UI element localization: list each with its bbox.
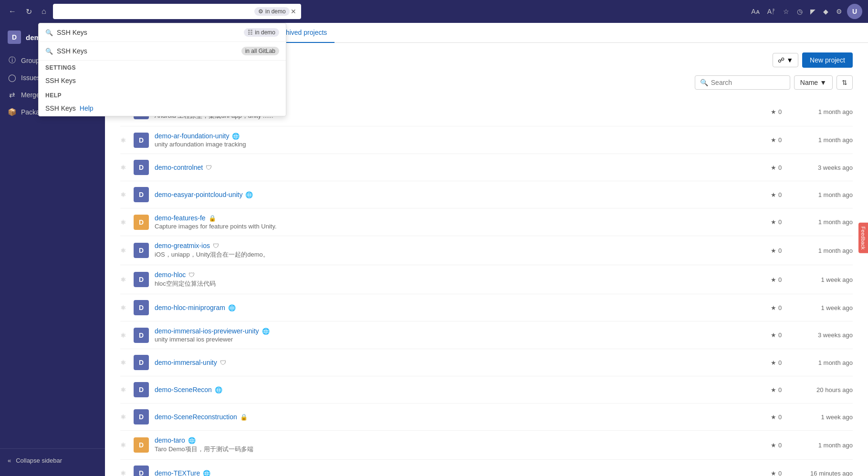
project-time: 16 minutes ago <box>795 470 853 476</box>
search-result-text-2: SSH Keys <box>57 47 238 55</box>
extensions-icon[interactable]: ◆ <box>820 5 831 18</box>
project-desc: iOS，uniapp，Unity混合在一起的demo。 <box>155 250 765 259</box>
star-count: 0 <box>778 414 782 421</box>
project-name-row: demo-taro 🌐 <box>155 436 765 444</box>
table-row: ⚛ D demo-SceneRecon 🌐 ★ 0 20 hours ago <box>120 376 853 404</box>
project-link[interactable]: demo-features-fe <box>155 214 206 222</box>
fork-icon: ⚛ <box>120 413 128 421</box>
project-stars: ★ 0 <box>771 108 790 115</box>
sort-button[interactable]: Name ▼ <box>794 75 833 90</box>
project-info: demo-greatmix-ios 🛡 iOS，uniapp，Unity混合在一… <box>155 242 765 259</box>
visibility-icon: 🌐 <box>232 133 240 140</box>
search-result-in-demo[interactable]: 🔍 SSH Keys ☷ in demo <box>39 23 286 42</box>
settings-section-label: Settings <box>39 61 286 73</box>
projects-search-wrapper: 🔍 <box>695 75 790 90</box>
star-count: 0 <box>778 218 782 226</box>
feedback-tab[interactable]: Feedback <box>858 223 868 253</box>
sort-order-icon: ⇅ <box>842 79 847 86</box>
group-icon: ⚙ <box>258 8 263 15</box>
table-row: ⚛ D demo-ar-foundation-unity 🌐 unity arf… <box>120 126 853 154</box>
project-link[interactable]: demo-hloc-miniprogram <box>155 304 225 311</box>
visibility-icon: 🛡 <box>188 271 195 279</box>
collapse-sidebar-button[interactable]: « Collapse sidebar <box>0 453 105 468</box>
star-icon: ★ <box>771 386 776 393</box>
group-avatar: D <box>8 31 21 44</box>
project-name-row: demo-features-fe 🔒 <box>155 214 765 222</box>
project-stars: ★ 0 <box>771 442 790 449</box>
back-button[interactable]: ← <box>6 4 19 19</box>
star-count: 0 <box>778 442 782 449</box>
sort-order-button[interactable]: ⇅ <box>837 75 853 90</box>
projects-search-input[interactable] <box>711 79 785 86</box>
settings-ssh-keys-link[interactable]: SSH Keys <box>39 73 286 88</box>
project-time: 3 weeks ago <box>795 331 853 339</box>
project-name-row: demo-greatmix-ios 🛡 <box>155 242 765 249</box>
project-link[interactable]: demo-controlnet <box>155 164 203 171</box>
project-link[interactable]: demo-SceneRecon <box>155 386 212 393</box>
project-link[interactable]: demo-taro <box>155 436 185 444</box>
project-time: 1 month ago <box>795 247 853 254</box>
project-info: demo-features-fe 🔒 Capture images for fe… <box>155 214 765 230</box>
project-link[interactable]: demo-easyar-pointcloud-unity <box>155 191 242 198</box>
search-clear-button[interactable]: ✕ <box>290 7 297 16</box>
refresh-button[interactable]: ↻ <box>23 4 35 19</box>
project-link[interactable]: demo-greatmix-ios <box>155 242 210 249</box>
project-link[interactable]: demo-ar-foundation-unity <box>155 132 229 140</box>
search-result-in-all[interactable]: 🔍 SSH Keys in all GitLab <box>39 42 286 61</box>
project-info: demo-controlnet 🛡 <box>155 164 765 171</box>
star-count: 0 <box>778 276 782 283</box>
project-name-row: demo-easyar-pointcloud-unity 🌐 <box>155 191 765 198</box>
table-row: ⚛ D demo-immersal-ios-previewer-unity 🌐 … <box>120 321 853 349</box>
help-suffix: Help <box>80 104 94 112</box>
help-ssh-keys-link[interactable]: SSH Keys Help <box>39 101 286 116</box>
fork-icon: ⚛ <box>120 386 128 393</box>
star-icon: ★ <box>771 108 776 115</box>
project-desc: unity arfoundation image tracking <box>155 141 765 148</box>
project-stars: ★ 0 <box>771 359 790 366</box>
visibility-icon: 🔒 <box>240 414 248 421</box>
notification-button[interactable]: ☍ ▼ <box>773 53 798 67</box>
project-desc: unity immersal ios previewer <box>155 336 765 343</box>
project-link[interactable]: demo-hloc <box>155 271 186 279</box>
visibility-icon: 🛡 <box>206 164 212 171</box>
project-info: demo-immersal-ios-previewer-unity 🌐 unit… <box>155 327 765 343</box>
visibility-icon: 🌐 <box>245 191 253 198</box>
user-avatar[interactable]: U <box>847 4 862 19</box>
project-time: 1 month ago <box>795 442 853 449</box>
sidebar-bottom: « Collapse sidebar <box>0 448 105 472</box>
settings-icon[interactable]: ⚙ <box>833 5 845 18</box>
fork-icon: ⚛ <box>120 441 128 449</box>
project-name-row: demo-TEXTure 🌐 <box>155 469 765 476</box>
star-icon: ★ <box>771 247 776 254</box>
project-avatar: D <box>134 243 149 258</box>
bookmark-icon[interactable]: ☆ <box>780 5 792 18</box>
project-stars: ★ 0 <box>771 276 790 283</box>
language-icon[interactable]: Aᚡ <box>764 5 778 18</box>
table-row: ⚛ D demo-SceneReconstruction 🔒 ★ 0 1 wee… <box>120 404 853 431</box>
project-avatar: D <box>134 466 149 476</box>
project-info: demo-hloc-miniprogram 🌐 <box>155 304 765 311</box>
project-desc: Taro Demo项目，用于测试一码多端 <box>155 445 765 454</box>
history-icon[interactable]: ◷ <box>794 5 805 18</box>
star-icon: ★ <box>771 136 776 144</box>
project-stars: ★ 0 <box>771 191 790 198</box>
project-info: demo-ar-foundation-unity 🌐 unity arfound… <box>155 132 765 148</box>
project-link[interactable]: demo-TEXTure <box>155 469 200 476</box>
project-link[interactable]: demo-immersal-unity <box>155 359 217 366</box>
project-avatar: D <box>134 272 149 287</box>
project-link[interactable]: demo-immersal-ios-previewer-unity <box>155 327 259 335</box>
visibility-icon: 🛡 <box>213 242 219 249</box>
home-button[interactable]: ⌂ <box>39 4 49 19</box>
translate-icon[interactable]: Aᴀ <box>748 5 762 18</box>
search-input[interactable]: SSH Keys <box>57 8 254 15</box>
star-count: 0 <box>778 247 782 254</box>
search-scope-badge[interactable]: ⚙ in demo <box>254 7 290 16</box>
packages-icon: 📦 <box>8 108 16 116</box>
in-demo-badge: ☷ in demo <box>244 28 279 37</box>
project-link[interactable]: demo-SceneReconstruction <box>155 413 237 421</box>
project-stars: ★ 0 <box>771 136 790 144</box>
fork-icon: ⚛ <box>120 191 128 198</box>
new-project-button[interactable]: New project <box>802 52 853 68</box>
split-view-icon[interactable]: ◤ <box>807 5 818 18</box>
table-row: ⚛ D demo-hloc-miniprogram 🌐 ★ 0 1 week a… <box>120 294 853 321</box>
